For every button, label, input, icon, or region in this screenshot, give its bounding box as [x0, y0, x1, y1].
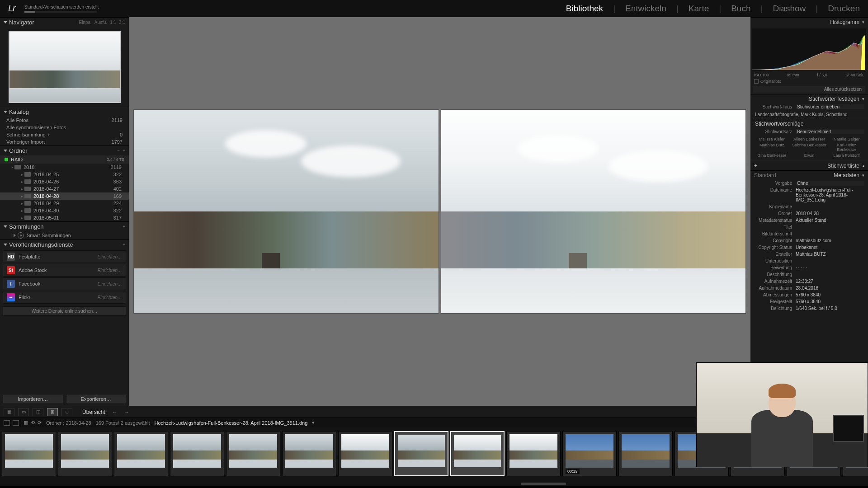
plus-icon[interactable]: +	[123, 148, 125, 153]
histogram-header[interactable]: Histogramm▾	[750, 17, 868, 27]
folder-day[interactable]: ▸2018-05-01317	[0, 214, 129, 221]
metadata-value[interactable]	[796, 204, 864, 209]
setup-link[interactable]: Einrichten…	[98, 282, 122, 286]
keywordlist-header[interactable]: + Stichwortliste◂	[750, 161, 868, 170]
keyword-set-select[interactable]: Benutzerdefiniert	[796, 129, 864, 134]
collections-header[interactable]: Sammlungen +	[0, 221, 129, 231]
module-print[interactable]: Drucken	[828, 4, 860, 14]
filmstrip-thumb[interactable]	[2, 431, 56, 476]
survey-view-button[interactable]: ⊞	[47, 408, 58, 416]
metadata-value[interactable]: Unbekannt	[796, 245, 864, 250]
compare-image-left[interactable]	[134, 110, 439, 313]
people-view-button[interactable]: ☺	[61, 408, 72, 416]
main-window-icon[interactable]	[4, 420, 10, 426]
suggestion-chip[interactable]: Karl-Heinz Benkesser	[828, 143, 865, 152]
metadata-value[interactable]: matthiasbutz.com	[796, 238, 864, 243]
publish-header[interactable]: Veröffentlichungsdienste +	[0, 239, 129, 249]
suggestion-chip[interactable]: Sabrina Benkesser	[791, 143, 828, 152]
suggestion-chip[interactable]: Natalie Geiger	[828, 137, 865, 141]
smart-collections[interactable]: ✻ Smart-Sammlungen	[0, 231, 129, 239]
metadata-value[interactable]	[796, 272, 864, 277]
plus-icon[interactable]: +	[123, 242, 125, 247]
metadata-value[interactable]: Hochzeit-Ludwigshafen-Full-Benkesser-28.…	[796, 188, 864, 202]
metadata-value[interactable]: Aktueller Stand	[796, 218, 864, 223]
suggestion-chip[interactable]: Gina Benkesser	[753, 153, 791, 158]
metadata-header[interactable]: Standard Metadaten▾	[750, 170, 868, 180]
metadata-value[interactable]: 2018-04-28	[796, 211, 864, 216]
forward-icon[interactable]: ⟳	[38, 420, 42, 426]
filmstrip-thumb[interactable]	[170, 431, 224, 476]
publish-service[interactable]: StAdobe StockEinrichten…	[3, 264, 126, 277]
suggestion-chip[interactable]: Laura Polstorff	[828, 153, 865, 158]
setup-link[interactable]: Einrichten…	[98, 268, 122, 273]
folder-day[interactable]: ▸2018-04-28169	[0, 192, 129, 200]
path-folder[interactable]: Ordner : 2018-04-28	[46, 420, 91, 426]
catalog-header[interactable]: Katalog	[0, 107, 129, 117]
minus-icon[interactable]: −	[117, 148, 120, 153]
suggestion-chip[interactable]: Matthias Butz	[753, 143, 791, 152]
navigator-preview[interactable]	[9, 31, 121, 103]
find-services-button[interactable]: Weitere Dienste online suchen…	[3, 306, 126, 316]
filmstrip-thumb[interactable]: 00:19	[562, 431, 617, 476]
suggestions-header[interactable]: Stichwortvorschläge	[750, 119, 868, 128]
suggestion-chip[interactable]: Melissa Kiefer	[753, 137, 791, 141]
folder-day[interactable]: ▸2018-04-25322	[0, 171, 129, 178]
filmstrip-thumb[interactable]	[338, 431, 392, 476]
metadata-value[interactable]: 1/640 Sek. bei f / 5,0	[796, 306, 864, 311]
compare-view-button[interactable]: ◫	[33, 408, 43, 416]
setup-link[interactable]: Einrichten…	[98, 254, 122, 259]
keywords-header[interactable]: Stichwörter festlegen▾	[750, 94, 868, 103]
dropdown-icon[interactable]: ▾	[312, 420, 315, 426]
folders-header[interactable]: Ordner −+	[0, 145, 129, 155]
histogram[interactable]	[752, 28, 866, 70]
publish-service[interactable]: HDFestplatteEinrichten…	[3, 250, 126, 263]
grid-icon[interactable]: ▦	[24, 420, 28, 426]
filmstrip-thumb[interactable]	[58, 431, 112, 476]
catalog-row[interactable]: Alle synchronisierten Fotos	[0, 124, 129, 131]
metadata-preset-select[interactable]: Ohne	[796, 181, 864, 186]
back-icon[interactable]: ⟲	[31, 420, 35, 426]
module-develop[interactable]: Entwickeln	[625, 4, 666, 14]
suggestion-chip[interactable]: Aileen Benkesser	[791, 137, 828, 141]
suggestion-chip[interactable]: Erwin	[791, 153, 828, 158]
reset-button[interactable]: Alles zurücksetzen	[753, 86, 865, 93]
filmstrip-scrollbar[interactable]	[521, 483, 566, 485]
filmstrip-thumb[interactable]	[394, 431, 448, 476]
plus-icon[interactable]: +	[123, 224, 125, 229]
filmstrip-thumb[interactable]	[226, 431, 280, 476]
catalog-row[interactable]: Vorheriger Import1797	[0, 138, 129, 145]
original-checkbox[interactable]: Originalfoto	[750, 78, 868, 84]
compare-view[interactable]	[129, 17, 750, 406]
metadata-value[interactable]	[796, 225, 864, 230]
metadata-value[interactable]: 5760 x 3840	[796, 299, 864, 304]
publish-service[interactable]: fFacebookEinrichten…	[3, 277, 126, 290]
filmstrip-thumb[interactable]	[114, 431, 168, 476]
folder-day[interactable]: ▸2018-04-29224	[0, 200, 129, 207]
metadata-value[interactable]: 12:33:27	[796, 279, 864, 284]
grid-view-button[interactable]: ▦	[4, 408, 14, 416]
catalog-row[interactable]: Alle Fotos2119	[0, 117, 129, 124]
navigator-modes[interactable]: Einpa. Ausfü. 1:1 3:1	[79, 20, 125, 25]
navigator-header[interactable]: Navigator Einpa. Ausfü. 1:1 3:1	[0, 17, 129, 27]
next-arrow[interactable]: →	[123, 409, 131, 415]
metadata-value[interactable]: 28.04.2018	[796, 286, 864, 291]
volume-row[interactable]: RAID 3,4 / 4 TB	[0, 155, 129, 164]
compare-image-right[interactable]	[441, 110, 746, 313]
module-library[interactable]: Bibliothek	[566, 4, 603, 14]
export-button[interactable]: Exportieren…	[66, 394, 127, 404]
folder-year[interactable]: ▾ 2018 2119	[0, 164, 129, 171]
filmstrip-thumb[interactable]	[618, 431, 673, 476]
second-window-icon[interactable]	[13, 420, 19, 426]
module-slideshow[interactable]: Diashow	[773, 4, 806, 14]
filmstrip-thumb[interactable]	[506, 431, 561, 476]
metadata-value[interactable]: Matthias BUTZ	[796, 252, 864, 257]
filmstrip-thumb[interactable]	[282, 431, 336, 476]
loupe-view-button[interactable]: ▭	[18, 408, 29, 416]
prev-arrow[interactable]: ←	[110, 409, 119, 415]
keyword-input[interactable]: Stichwörter eingeben	[796, 104, 864, 109]
catalog-row[interactable]: Schnellsammlung +0	[0, 131, 129, 138]
module-book[interactable]: Buch	[731, 4, 750, 14]
path-filename[interactable]: Hochzeit-Ludwigshafen-Full-Benkesser-28.…	[155, 420, 308, 426]
setup-link[interactable]: Einrichten…	[98, 295, 122, 300]
metadata-value[interactable]	[796, 231, 864, 236]
